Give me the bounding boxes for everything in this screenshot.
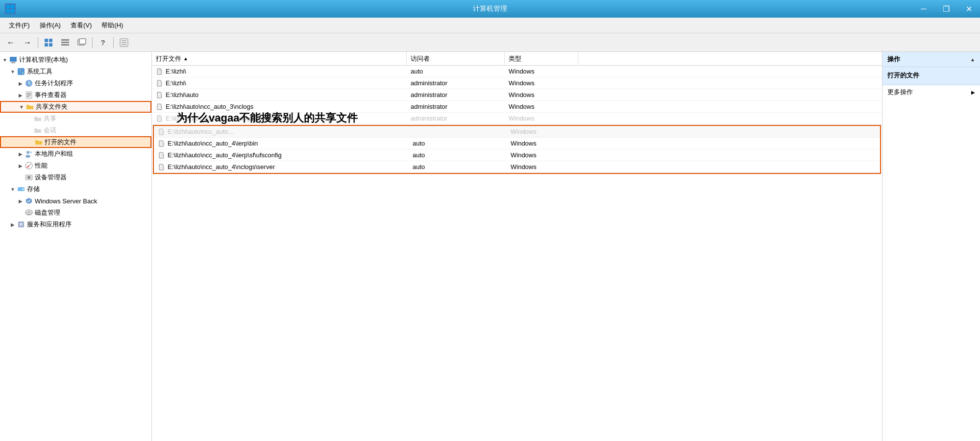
tree-item-performance[interactable]: ▶ 性能 [0, 160, 151, 172]
tree-item-device-manager[interactable]: ▶ 设备管理器 [0, 172, 151, 183]
table-row[interactable]: E:\lizhi\auto administrator Windows [152, 89, 882, 101]
actions-panel: 操作 ▲ 打开的文件 更多操作 ▶ [882, 52, 980, 441]
tree-item-disk-management[interactable]: ▶ 磁盘管理 [0, 207, 151, 219]
minimize-button[interactable]: ─ [912, 0, 935, 18]
menu-help[interactable]: 帮助(H) [97, 19, 128, 32]
cell-path: E:\lizhi\auto\ncc_auto_4\ierp\bin [154, 140, 409, 147]
expander-shared-folders[interactable]: ▼ [18, 103, 25, 111]
table-row[interactable]: E:\lizhi\auto\ncc_auto_4\nclogs\server a… [154, 161, 880, 173]
tree-item-local-users[interactable]: ▶ 本地用户和组 [0, 148, 151, 160]
expander-services-apps[interactable]: ▶ [9, 220, 17, 228]
table-row[interactable]: E:\lizhi\auto\ncc_auto_4\ierp\sf\ufsconf… [154, 149, 880, 161]
tree-label-sessions: 会话 [44, 126, 149, 135]
tree-label-device-manager: 设备管理器 [35, 173, 149, 182]
tree-label-shares: 共享 [44, 114, 149, 123]
expander-open-files[interactable]: ▶ [26, 138, 34, 146]
forward-button[interactable]: → [20, 36, 35, 49]
table-row[interactable]: E:\lizhi\ auto Windows [152, 66, 882, 77]
restore-button[interactable]: ❐ [935, 0, 957, 18]
toolbar-sep-1 [38, 37, 38, 48]
svg-rect-12 [79, 39, 86, 44]
tree-label-services-apps: 服务和应用程序 [27, 220, 149, 229]
cell-type: Windows [507, 163, 580, 171]
table-row[interactable]: E:\lizhi\auto\ncc_auto_4\ierp\bin auto W… [154, 138, 880, 149]
expander-performance[interactable]: ▶ [17, 162, 24, 170]
main-layout: ▼ 计算机管理(本地) ▼ 🔧 系统工具 ▶ 任务计划程序 ▶ [0, 52, 980, 441]
tree-panel: ▼ 计算机管理(本地) ▼ 🔧 系统工具 ▶ 任务计划程序 ▶ [0, 52, 152, 441]
expander-system-tools[interactable]: ▼ [9, 68, 17, 75]
cell-type: Windows [507, 151, 580, 159]
table-row[interactable]: E:\lizhi\auto\ncc_auto... Windows [154, 126, 880, 138]
new-window-button[interactable] [74, 36, 90, 49]
close-button[interactable]: ✕ [957, 0, 980, 18]
cell-type: Windows [505, 91, 578, 98]
list-view-button[interactable] [57, 36, 73, 49]
cell-visitor: administrator [407, 79, 505, 87]
tree-label-event-viewer: 事件查看器 [35, 91, 149, 99]
expander-computer-management[interactable]: ▼ [1, 56, 9, 64]
table-row[interactable]: E:\lizhi\auto\ncc_auto_3\nclogs\server a… [152, 113, 882, 124]
actions-section-open-files-label: 打开的文件 [887, 69, 975, 82]
tree-item-system-tools[interactable]: ▼ 🔧 系统工具 [0, 66, 151, 77]
svg-rect-6 [45, 43, 48, 47]
tree-item-windows-server-backup[interactable]: ▶ Windows Server Back [0, 195, 151, 207]
back-button[interactable]: ← [3, 36, 19, 49]
tree-item-open-files[interactable]: ▶ 打开的文件 [0, 136, 151, 148]
tree-item-services-apps[interactable]: ▶ 服务和应用程序 [0, 219, 151, 230]
svg-rect-3 [11, 9, 14, 13]
expander-disk-management[interactable]: ▶ [17, 209, 24, 217]
shares-icon [33, 114, 42, 123]
expander-sessions[interactable]: ▶ [25, 126, 33, 134]
tree-item-shares[interactable]: ▶ 共享 [0, 113, 151, 124]
cell-path: E:\lizhi\ [152, 68, 407, 75]
cell-type: Windows [505, 115, 578, 122]
menu-action[interactable]: 操作(A) [35, 19, 66, 32]
help-button[interactable]: ? [95, 36, 111, 49]
svg-rect-26 [27, 93, 31, 94]
expander-device-manager[interactable]: ▶ [17, 173, 24, 181]
svg-rect-17 [10, 57, 17, 62]
expander-windows-server-backup[interactable]: ▶ [17, 197, 24, 205]
menu-view[interactable]: 查看(V) [66, 19, 97, 32]
svg-rect-27 [27, 95, 31, 96]
table-body: E:\lizhi\ auto Windows E:\lizhi\ adminis… [152, 66, 882, 441]
tree-item-sessions[interactable]: ▶ 会话 [0, 124, 151, 136]
col-header-visitor[interactable]: 访问者 [407, 52, 505, 66]
col-header-type[interactable]: 类型 [505, 52, 578, 66]
actions-item-more-actions[interactable]: 更多操作 ▶ [882, 85, 980, 99]
svg-rect-10 [61, 44, 69, 46]
menu-file[interactable]: 文件(F) [4, 19, 35, 32]
expander-shares[interactable]: ▶ [25, 115, 33, 122]
table-row[interactable]: E:\lizhi\auto\ncc_auto_3\nclogs administ… [152, 101, 882, 113]
expander-local-users[interactable]: ▶ [17, 150, 24, 158]
tree-label-task-scheduler: 任务计划程序 [35, 79, 149, 88]
svg-point-29 [26, 151, 29, 154]
cell-visitor: auto [409, 163, 507, 171]
cell-visitor: administrator [407, 115, 505, 122]
cell-type: Windows [505, 68, 578, 75]
tree-label-storage: 存储 [27, 185, 149, 194]
file-icon [156, 68, 164, 75]
performance-icon [24, 161, 33, 170]
windows-server-backup-icon [24, 196, 33, 205]
svg-text:🔧: 🔧 [19, 69, 25, 75]
file-icon [156, 103, 164, 111]
computer-management-icon [9, 55, 18, 64]
cell-visitor: auto [407, 68, 505, 75]
view-toggle-button[interactable] [41, 36, 56, 49]
expander-storage[interactable]: ▼ [9, 185, 17, 193]
tree-item-event-viewer[interactable]: ▶ 事件查看器 [0, 89, 151, 101]
actions-panel-header: 操作 ▲ [882, 52, 980, 67]
tree-item-task-scheduler[interactable]: ▶ 任务计划程序 [0, 77, 151, 89]
svg-rect-5 [49, 39, 52, 42]
col-header-open-file[interactable]: 打开文件 ▲ [152, 52, 407, 66]
tree-item-shared-folders[interactable]: ▼ 共享文件夹 [0, 101, 151, 113]
tree-item-computer-management[interactable]: ▼ 计算机管理(本地) [0, 54, 151, 66]
highlighted-row-group: E:\lizhi\auto\ncc_auto... Windows E:\liz… [153, 125, 881, 174]
storage-icon [17, 185, 25, 194]
expander-event-viewer[interactable]: ▶ [17, 91, 24, 99]
tree-item-storage[interactable]: ▼ 存储 [0, 183, 151, 195]
expander-task-scheduler[interactable]: ▶ [17, 79, 24, 87]
export-button[interactable] [116, 36, 132, 49]
table-row[interactable]: E:\lizhi\ administrator Windows [152, 77, 882, 89]
